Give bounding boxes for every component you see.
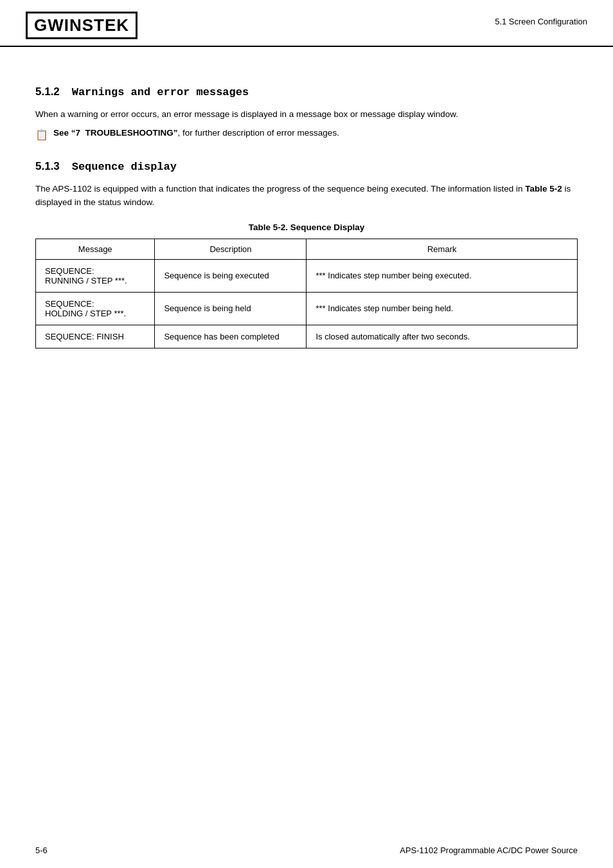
logo-text: GWINSTEK (34, 15, 129, 35)
table-cell-description-3: Sequence has been completed (155, 325, 306, 348)
table-cell-message-2: SEQUENCE:HOLDING / STEP ***. (36, 292, 155, 325)
note-bold-label: See “7 TROUBLESHOOTING” (53, 128, 178, 138)
section-512-title: Warnings and error messages (72, 86, 249, 98)
note-text: See “7 TROUBLESHOOTING”, for further des… (53, 128, 339, 138)
table-header-remark: Remark (306, 239, 578, 259)
section-513-bold-ref: Table 5-2 (525, 184, 562, 194)
sequence-display-table: Message Description Remark SEQUENCE:RUNN… (35, 239, 578, 348)
section-512-heading: 5.1.2 Warnings and error messages (35, 86, 578, 98)
logo: GWINSTEK (26, 12, 138, 39)
main-content: 5.1.2 Warnings and error messages When a… (0, 47, 613, 374)
section-512-number: 5.1.2 (35, 86, 60, 98)
section-513-number: 5.1.3 (35, 160, 60, 172)
note-icon: 📋 (35, 129, 48, 141)
table-row: SEQUENCE: FINISH Sequence has been compl… (36, 325, 578, 348)
section-512-paragraph: When a warning or error occurs, an error… (35, 107, 578, 122)
page-header: GWINSTEK 5.1 Screen Configuration (0, 0, 613, 47)
table-cell-remark-1: *** Indicates step number being executed… (306, 259, 578, 292)
table-row: SEQUENCE:RUNNING / STEP ***. Sequence is… (36, 259, 578, 292)
page-footer: 5-6 APS-1102 Programmable AC/DC Power So… (0, 845, 613, 855)
table-cell-message-3: SEQUENCE: FINISH (36, 325, 155, 348)
table-row: SEQUENCE:HOLDING / STEP ***. Sequence is… (36, 292, 578, 325)
section-513-para-start: The APS-1102 is equipped with a function… (35, 184, 525, 194)
table-cell-remark-2: *** Indicates step number being held. (306, 292, 578, 325)
header-section-ref: 5.1 Screen Configuration (495, 12, 587, 26)
table-title: Table 5-2. Sequence Display (35, 222, 578, 232)
table-cell-remark-3: Is closed automatically after two second… (306, 325, 578, 348)
table-header-description: Description (155, 239, 306, 259)
table-cell-description-2: Sequence is being held (155, 292, 306, 325)
table-cell-message-1: SEQUENCE:RUNNING / STEP ***. (36, 259, 155, 292)
section-512-note: 📋 See “7 TROUBLESHOOTING”, for further d… (35, 128, 578, 141)
table-header-message: Message (36, 239, 155, 259)
section-513-heading: 5.1.3 Sequence display (35, 160, 578, 173)
table-cell-description-1: Sequence is being executed (155, 259, 306, 292)
footer-page-number: 5-6 (35, 845, 48, 855)
section-513-paragraph: The APS-1102 is equipped with a function… (35, 182, 578, 210)
section-513-title: Sequence display (72, 161, 177, 173)
footer-product: APS-1102 Programmable AC/DC Power Source (400, 845, 578, 855)
